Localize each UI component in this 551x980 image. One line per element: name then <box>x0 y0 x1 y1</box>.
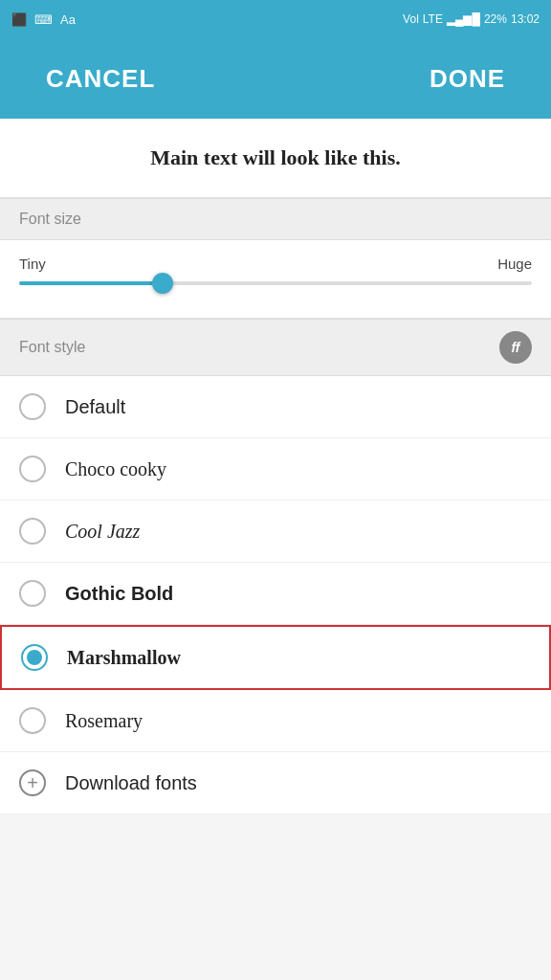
font-item-rosemary[interactable]: Rosemary <box>0 690 551 752</box>
font-name-rosemary: Rosemary <box>65 710 143 732</box>
preview-area: Main text will look like this. <box>0 119 551 198</box>
slider-labels: Tiny Huge <box>19 256 532 272</box>
font-item-gothic-bold[interactable]: Gothic Bold <box>0 563 551 625</box>
font-item-choco-cooky[interactable]: Choco cooky <box>0 438 551 501</box>
ff-icon[interactable]: ff <box>499 331 532 364</box>
cancel-button[interactable]: CANCEL <box>31 56 170 101</box>
font-size-slider-area: Tiny Huge <box>0 240 551 319</box>
lte-indicator: LTE <box>423 12 443 26</box>
radio-cool-jazz[interactable] <box>19 518 46 545</box>
font-size-header: Font size <box>0 198 551 240</box>
time-display: 13:02 <box>511 12 540 26</box>
vol-indicator: Vol <box>403 12 419 26</box>
signal-strength: ▂▄▆█ <box>447 12 480 26</box>
action-bar: CANCEL DONE <box>0 38 551 119</box>
font-icon: Aa <box>60 12 76 27</box>
radio-default[interactable] <box>19 393 46 420</box>
slider-track[interactable] <box>19 281 532 285</box>
radio-marshmallow-fill <box>27 650 42 665</box>
radio-marshmallow[interactable] <box>21 644 48 671</box>
status-bar: ⬛ ⌨ Aa Vol LTE ▂▄▆█ 22% 13:02 <box>0 0 551 38</box>
radio-choco-cooky[interactable] <box>19 456 46 482</box>
preview-text: Main text will look like this. <box>150 145 401 169</box>
status-icons: ⬛ ⌨ Aa <box>11 12 76 27</box>
font-name-cool-jazz: Cool Jazz <box>65 521 140 543</box>
screenshot-icon: ⬛ <box>11 12 27 27</box>
font-item-marshmallow[interactable]: Marshmallow <box>0 625 551 690</box>
font-item-cool-jazz[interactable]: Cool Jazz <box>0 501 551 563</box>
font-name-default: Default <box>65 396 125 418</box>
keyboard-icon: ⌨ <box>34 12 53 27</box>
status-info: Vol LTE ▂▄▆█ 22% 13:02 <box>403 12 540 26</box>
battery-level: 22% <box>484 12 507 26</box>
font-item-default[interactable]: Default <box>0 376 551 438</box>
radio-rosemary[interactable] <box>19 707 46 734</box>
font-size-label: Font size <box>19 211 81 228</box>
done-button[interactable]: DONE <box>414 56 520 101</box>
font-style-label: Font style <box>19 339 85 356</box>
slider-max-label: Huge <box>497 256 532 272</box>
font-list: Default Choco cooky Cool Jazz Gothic Bol… <box>0 376 551 814</box>
radio-gothic-bold[interactable] <box>19 580 46 607</box>
font-item-download[interactable]: + Download fonts <box>0 752 551 814</box>
slider-min-label: Tiny <box>19 256 46 272</box>
font-name-marshmallow: Marshmallow <box>67 647 181 669</box>
download-fonts-label: Download fonts <box>65 772 197 794</box>
font-style-header: Font style ff <box>0 319 551 376</box>
font-name-gothic-bold: Gothic Bold <box>65 583 173 605</box>
font-name-choco-cooky: Choco cooky <box>65 458 166 480</box>
download-icon: + <box>19 769 46 796</box>
